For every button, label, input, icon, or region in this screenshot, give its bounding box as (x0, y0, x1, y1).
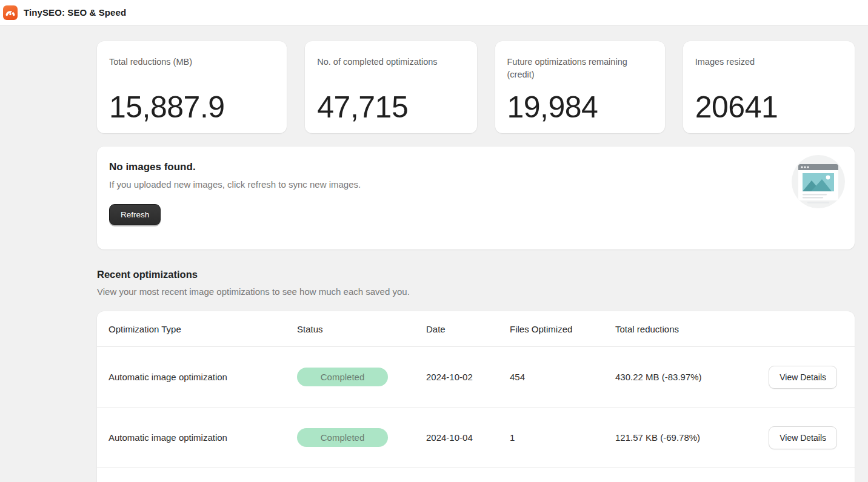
cell-files-optimized: 1 (510, 432, 615, 443)
main-content: Total reductions (MB) 15,887.9 No. of co… (97, 41, 855, 482)
stat-card-images-resized: Images resized 20641 (683, 41, 855, 133)
status-badge: Completed (297, 428, 388, 447)
speedometer-icon (3, 5, 18, 20)
no-images-description: If you uploaded new images, click refres… (109, 179, 843, 190)
status-badge: Completed (297, 368, 388, 386)
cell-optimization-type: Automatic image optimization (109, 372, 297, 382)
cell-total-reductions: 121.57 KB (-69.78%) (615, 432, 761, 443)
app-header: TinySEO: SEO & Speed (0, 0, 868, 25)
stat-card-future-optimizations: Future optimizations remaining (credit) … (495, 41, 665, 133)
no-images-title: No images found. (109, 161, 843, 173)
stats-row: Total reductions (MB) 15,887.9 No. of co… (97, 41, 855, 133)
stat-label: Images resized (695, 56, 843, 68)
cell-date: 2024-10-04 (426, 432, 510, 443)
column-header-optimization-type: Optimization Type (109, 324, 297, 334)
table-row-partial (97, 468, 855, 482)
cell-total-reductions: 430.22 MB (-83.97%) (615, 372, 761, 382)
stat-label: No. of completed optimizations (317, 56, 464, 68)
column-header-date: Date (426, 324, 510, 334)
no-images-card: No images found. If you uploaded new ima… (97, 147, 855, 249)
cell-actions: View Details (761, 366, 837, 389)
stat-card-completed-optimizations: No. of completed optimizations 47,715 (305, 41, 476, 133)
stat-value: 20641 (695, 92, 843, 122)
optimizations-table: Optimization Type Status Date Files Opti… (97, 311, 855, 482)
stat-label: Total reductions (MB) (109, 56, 275, 68)
section-title: Recent optimizations (97, 269, 855, 280)
browser-image-illustration (792, 155, 845, 208)
column-header-total-reductions: Total reductions (615, 324, 761, 334)
section-subtitle: View your most recent image optimization… (97, 286, 855, 297)
cell-status: Completed (297, 428, 426, 447)
app-title: TinySEO: SEO & Speed (24, 7, 126, 18)
column-header-status: Status (297, 324, 426, 334)
stat-value: 47,715 (317, 92, 464, 122)
view-details-button[interactable]: View Details (769, 366, 837, 389)
cell-date: 2024-10-02 (426, 372, 510, 382)
stat-value: 15,887.9 (109, 92, 275, 122)
cell-optimization-type: Automatic image optimization (109, 432, 297, 443)
view-details-button[interactable]: View Details (769, 426, 837, 449)
cell-files-optimized: 454 (510, 372, 615, 382)
column-header-files-optimized: Files Optimized (510, 324, 615, 334)
recent-optimizations-section: Recent optimizations View your most rece… (97, 269, 855, 297)
refresh-button[interactable]: Refresh (109, 204, 161, 225)
table-row: Automatic image optimization Completed 2… (97, 408, 855, 468)
stat-card-total-reductions: Total reductions (MB) 15,887.9 (97, 41, 287, 133)
cell-status: Completed (297, 368, 426, 386)
cell-actions: View Details (761, 426, 837, 449)
stat-label: Future optimizations remaining (credit) (507, 56, 653, 81)
stat-value: 19,984 (507, 92, 653, 122)
table-row: Automatic image optimization Completed 2… (97, 347, 855, 408)
table-header-row: Optimization Type Status Date Files Opti… (97, 311, 855, 347)
